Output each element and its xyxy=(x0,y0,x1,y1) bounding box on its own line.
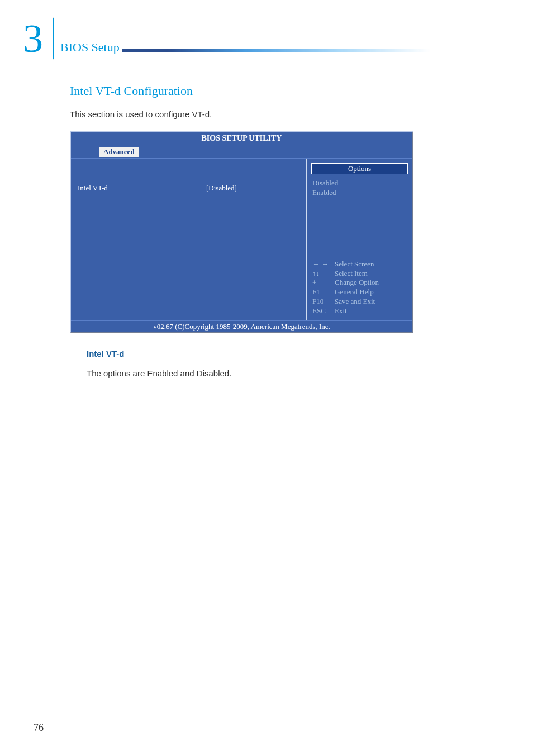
bios-tabs: Advanced xyxy=(71,145,412,159)
chapter-number-box: 3 xyxy=(17,17,54,60)
field-label: Intel VT-d xyxy=(87,349,413,358)
bios-help-pane: Options Disabled Enabled ← → Select Scre… xyxy=(306,159,412,320)
bios-footer: v02.67 (C)Copyright 1985-2009, American … xyxy=(71,320,412,332)
help-key: F10 xyxy=(312,297,335,307)
bios-tab-advanced: Advanced xyxy=(99,147,139,157)
page-header: 3 BIOS Setup xyxy=(17,17,430,60)
bios-utility-title: BIOS SETUP UTILITY xyxy=(71,132,412,145)
help-key: +- xyxy=(312,278,335,288)
help-row-select-screen: ← → Select Screen xyxy=(312,260,407,269)
bios-divider xyxy=(78,179,299,179)
help-key: ESC xyxy=(312,307,335,316)
help-desc: Change Option xyxy=(335,278,379,288)
help-key: ← → xyxy=(312,260,335,269)
bios-panel: BIOS SETUP UTILITY Advanced Intel VT-d [… xyxy=(70,131,413,333)
help-key: ↑↓ xyxy=(312,269,335,279)
help-desc: Save and Exit xyxy=(335,297,375,307)
bios-setting-label: Intel VT-d xyxy=(78,184,189,193)
field-description: The options are Enabled and Disabled. xyxy=(87,369,413,378)
option-enabled: Enabled xyxy=(312,188,407,198)
help-row-save-exit: F10 Save and Exit xyxy=(312,297,407,307)
bios-body: Intel VT-d [Disabled] Options Disabled E… xyxy=(71,159,412,320)
help-row-general-help: F1 General Help xyxy=(312,288,407,297)
help-desc: Select Item xyxy=(335,269,368,279)
option-disabled: Disabled xyxy=(312,179,407,188)
bios-setting-row: Intel VT-d [Disabled] xyxy=(78,184,299,193)
help-desc: General Help xyxy=(335,288,374,297)
chapter-number: 3 xyxy=(21,16,45,61)
content-area: Intel VT-d Configuration This section is… xyxy=(70,84,413,378)
help-desc: Select Screen xyxy=(335,260,374,269)
options-list: Disabled Enabled xyxy=(312,179,407,198)
help-row-select-item: ↑↓ Select Item xyxy=(312,269,407,279)
header-bar-gradient xyxy=(122,49,430,52)
help-row-exit: ESC Exit xyxy=(312,307,407,316)
help-desc: Exit xyxy=(335,307,347,316)
help-row-change-option: +- Change Option xyxy=(312,278,407,288)
chapter-title: BIOS Setup xyxy=(60,40,120,55)
bios-settings-pane: Intel VT-d [Disabled] xyxy=(71,159,306,320)
options-header: Options xyxy=(311,163,408,174)
help-key: F1 xyxy=(312,288,335,297)
page-number: 76 xyxy=(34,722,44,734)
section-title: Intel VT-d Configuration xyxy=(70,84,413,98)
bios-setting-value: [Disabled] xyxy=(189,184,299,193)
section-description: This section is used to configure VT-d. xyxy=(70,109,413,119)
help-block: ← → Select Screen ↑↓ Select Item +- Chan… xyxy=(312,260,407,316)
